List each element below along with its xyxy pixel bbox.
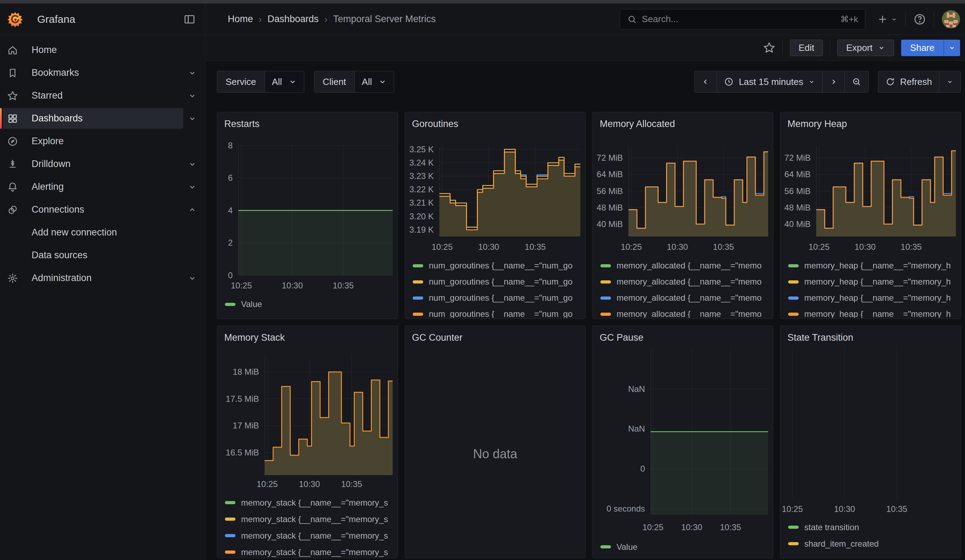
legend-series-color — [788, 526, 799, 529]
variable-value-dropdown[interactable]: All — [265, 71, 304, 92]
chart-plot-area[interactable] — [785, 345, 956, 499]
top-bar: Grafana Home › Dashboards › Temporal Ser… — [0, 3, 965, 35]
chart-plot-area[interactable] — [265, 356, 393, 475]
legend-item[interactable]: memory_allocated {__name__="memo — [593, 274, 771, 290]
link-icon — [7, 204, 18, 216]
refresh-interval-caret[interactable] — [939, 71, 960, 92]
x-axis-tick: 10:30 — [299, 479, 320, 489]
x-axis-tick: 10:35 — [333, 281, 354, 291]
sidebar-item-connections[interactable]: Connections — [0, 198, 205, 221]
legend-item[interactable]: num_goroutines {__name__="num_go — [405, 290, 583, 306]
legend-item[interactable]: memory_stack {__name__="memory_s — [217, 544, 396, 558]
active-highlight — [3, 268, 183, 289]
section-toggle[interactable] — [188, 206, 196, 214]
sidebar-item-administration[interactable]: Administration — [0, 267, 205, 289]
favorite-star-icon[interactable] — [763, 41, 775, 54]
legend-item[interactable]: memory_stack {__name__="memory_s — [217, 495, 396, 511]
legend-item[interactable]: num_goroutines {__name__="num_go — [405, 306, 583, 318]
variable-value-dropdown[interactable]: All — [355, 71, 394, 92]
dock-sidebar-icon[interactable] — [183, 13, 196, 26]
legend-item[interactable]: memory_heap {__name__="memory_h — [780, 306, 959, 318]
legend-series-label: Value — [617, 542, 638, 552]
edit-button[interactable]: Edit — [790, 40, 823, 56]
legend-series-label: num_goroutines {__name__="num_go — [429, 309, 573, 318]
breadcrumb-dashboards[interactable]: Dashboards — [267, 14, 319, 24]
breadcrumb-current: Temporal Server Metrics — [333, 14, 436, 24]
panel-legend: memory_stack {__name__="memory_smemory_s… — [217, 495, 396, 558]
drilldown-icon — [7, 158, 18, 170]
chart-plot-area[interactable] — [628, 147, 768, 237]
sidebar-item-drilldown[interactable]: Drilldown — [0, 153, 205, 175]
search-input[interactable] — [642, 14, 836, 24]
y-axis-tick: 64 MiB — [780, 170, 811, 179]
legend-item[interactable]: state transition — [780, 519, 959, 536]
window-top-strip — [0, 0, 965, 3]
breadcrumb-home[interactable]: Home — [228, 14, 253, 24]
legend-item[interactable]: memory_heap {__name__="memory_h — [780, 274, 959, 290]
legend-item[interactable]: num_goroutines {__name__="num_go — [405, 258, 583, 274]
sidebar-item-dashboards[interactable]: Dashboards — [0, 107, 205, 130]
legend-series-label: Value — [241, 299, 262, 309]
sidebar-item-starred[interactable]: Starred — [0, 84, 205, 107]
variable-label[interactable]: Client — [314, 71, 355, 92]
legend-series-color — [600, 280, 611, 284]
legend-item[interactable]: Value — [593, 539, 771, 555]
legend-item[interactable]: memory_heap {__name__="memory_h — [780, 290, 959, 306]
x-axis-tick: 10:25 — [808, 242, 829, 252]
sidebar-item-data-sources[interactable]: Data sources — [0, 244, 205, 267]
help-icon[interactable] — [913, 13, 926, 26]
legend-item[interactable]: memory_heap {__name__="memory_h — [780, 258, 959, 274]
divider — [830, 41, 830, 55]
zoom-out-button[interactable] — [845, 71, 869, 92]
share-button[interactable]: Share — [901, 40, 944, 56]
share-menu-caret[interactable] — [944, 40, 960, 56]
y-axis-tick: 56 MiB — [780, 186, 811, 196]
divider — [905, 12, 906, 26]
chevron-down-icon — [948, 44, 956, 52]
panel-goroutines: Goroutines 3.25 K3.24 K3.23 K3.22 K3.21 … — [405, 112, 586, 319]
time-range-picker[interactable]: Last 15 minutes — [717, 71, 823, 92]
chart-plot-area[interactable] — [816, 147, 956, 237]
time-forward-button[interactable] — [823, 71, 845, 92]
search-box[interactable]: ⌘+k — [620, 9, 865, 29]
section-toggle[interactable] — [188, 160, 196, 168]
section-toggle[interactable] — [188, 183, 196, 191]
active-highlight — [3, 62, 183, 83]
export-button[interactable]: Export — [837, 40, 894, 56]
chart-plot-area[interactable] — [439, 147, 581, 237]
section-toggle[interactable] — [188, 91, 196, 100]
legend-item[interactable]: memory_stack {__name__="memory_s — [217, 511, 396, 527]
legend-item[interactable]: memory_allocated {__name__="memo — [593, 306, 771, 318]
legend-series-label: num_goroutines {__name__="num_go — [429, 293, 573, 303]
section-toggle[interactable] — [188, 274, 196, 282]
section-toggle[interactable] — [188, 69, 196, 77]
zoom-out-icon — [852, 77, 862, 87]
panel-body: NaNNaN00 seconds10:2510:3010:35Value — [593, 326, 773, 558]
sidebar-item-label: Drilldown — [31, 158, 70, 170]
grafana-logo — [7, 11, 23, 28]
sidebar-nav: HomeBookmarksStarredDashboardsExploreDri… — [0, 35, 205, 560]
sidebar-item-add-new-connection[interactable]: Add new connection — [0, 221, 205, 244]
legend-series-label: memory_stack {__name__="memory_s — [241, 498, 388, 508]
sidebar-item-alerting[interactable]: Alerting — [0, 175, 205, 198]
section-toggle[interactable] — [188, 114, 196, 123]
variable-label[interactable]: Service — [217, 71, 265, 92]
legend-item[interactable]: Value — [217, 296, 396, 312]
legend-item[interactable]: memory_stack {__name__="memory_s — [217, 527, 396, 544]
legend-item[interactable]: shard_item_created — [780, 536, 959, 552]
add-menu-button[interactable] — [877, 13, 898, 25]
legend-item[interactable]: memory_allocated {__name__="memo — [593, 290, 771, 306]
legend-item[interactable]: memory_allocated {__name__="memo — [593, 258, 771, 274]
sidebar-item-explore[interactable]: Explore — [0, 130, 205, 153]
sidebar-item-home[interactable]: Home — [0, 39, 205, 61]
chart-plot-area[interactable] — [238, 144, 393, 276]
time-back-button[interactable] — [695, 71, 717, 92]
refresh-button[interactable]: Refresh — [878, 71, 939, 92]
legend-item[interactable]: num_goroutines {__name__="num_go — [405, 274, 583, 290]
x-axis-tick: 10:30 — [681, 522, 702, 532]
user-avatar[interactable] — [942, 10, 960, 28]
sidebar-item-bookmarks[interactable]: Bookmarks — [0, 61, 205, 84]
search-icon — [627, 15, 637, 24]
chart-plot-area[interactable] — [651, 347, 768, 515]
legend-series-label: num_goroutines {__name__="num_go — [429, 261, 573, 271]
